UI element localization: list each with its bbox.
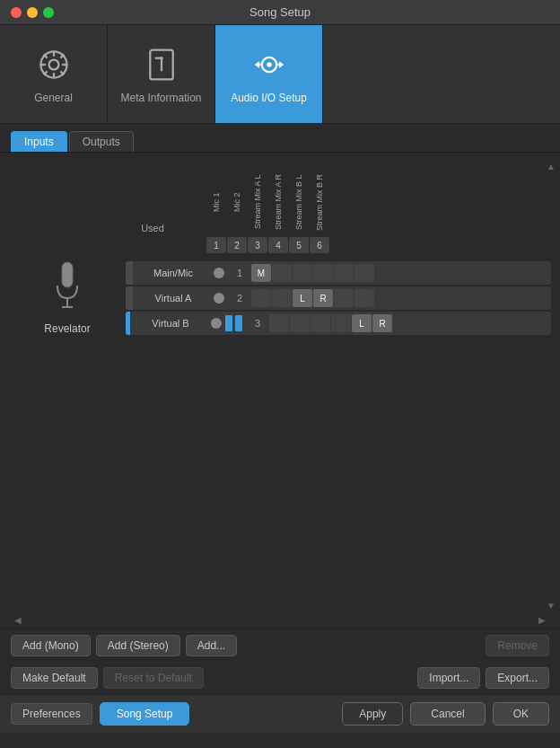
table-row: Virtual B 3 L R [126,312,551,335]
channel-label-5: Stream Mix B L [289,171,309,233]
cell-2-5[interactable] [334,289,354,307]
window-controls [11,7,54,18]
song-setup-button[interactable]: Song Setup [100,702,190,726]
cell-3-3[interactable] [311,314,330,332]
title-bar: Song Setup [0,0,560,25]
table-row: Virtual A 2 L R [126,286,551,310]
tab-general-label: General [34,92,73,104]
scroll-bottom: ◀ ▶ [0,612,560,629]
cell-3-6[interactable]: R [372,314,392,332]
toolbar-2: Make Default Reset to Default Import... … [0,662,560,694]
cell-2-6[interactable] [354,289,374,307]
close-button[interactable] [11,7,22,18]
sub-tab-outputs[interactable]: Outputs [69,131,134,152]
svg-point-1 [48,59,58,69]
export-button[interactable]: Export... [486,667,549,689]
channel-label-2: Mic 2 [227,171,247,233]
tab-audio[interactable]: Audio I/O Setup [215,25,323,123]
row-num-2: 2 [228,293,251,304]
cell-1-3[interactable] [293,264,312,282]
tab-audio-label: Audio I/O Setup [231,92,307,104]
apply-button[interactable]: Apply [342,702,403,726]
channel-num-5: 5 [289,237,309,253]
channel-num-3: 3 [248,237,267,253]
stereo-bar-1 [225,315,232,331]
cell-1-5[interactable] [334,264,354,282]
audio-icon [249,45,289,84]
import-button[interactable]: Import... [417,667,480,689]
row-indicator-2 [126,286,133,310]
cell-3-4[interactable] [331,314,351,332]
minimize-button[interactable] [27,7,38,18]
cell-3-2[interactable] [290,314,310,332]
channel-headers: Used Mic 1 Mic 2 Stream Mix A L Stream M… [126,171,551,237]
sub-tab-inputs[interactable]: Inputs [11,131,67,152]
scroll-down-arrow[interactable]: ▼ [547,601,556,611]
channel-num-row: 1 2 3 4 5 6 [126,237,551,255]
row-cells-1: M [251,264,374,282]
reset-default-button[interactable]: Reset to Default [103,667,204,689]
scroll-right-arrow[interactable]: ▶ [538,615,546,625]
mic-icon [54,260,81,317]
cancel-button[interactable]: Cancel [410,702,485,726]
make-default-button[interactable]: Make Default [11,667,98,689]
cell-3-5[interactable]: L [352,314,372,332]
channel-label-4: Stream Mix A R [268,171,288,233]
cell-2-4[interactable]: R [313,289,333,307]
channel-label-1: Mic 1 [206,171,226,233]
row-dot-3 [211,318,222,329]
input-rows: Main/Mic 1 M [126,261,551,335]
channel-label-6: Stream Mix B R [310,171,329,233]
tab-general[interactable]: General [0,25,108,123]
tab-bar: General Meta Information [0,25,560,124]
channel-num-4: 4 [268,237,288,253]
add-mono-button[interactable]: Add (Mono) [11,635,91,656]
cell-2-1[interactable] [251,289,271,307]
svg-rect-18 [62,262,73,287]
cell-2-2[interactable] [272,289,292,307]
toolbar-1: Add (Mono) Add (Stereo) Add... Remove [0,629,560,662]
meta-icon [142,45,181,84]
row-indicator-1 [126,261,133,285]
preferences-button[interactable]: Preferences [11,703,92,725]
main-content: Revelator Used Mic 1 Mic 2 Stream Mix A … [0,153,560,629]
used-column-header: Used [126,223,179,233]
row-cells-3: L R [269,314,392,332]
scroll-left-arrow[interactable]: ◀ [14,615,22,625]
device-area: Revelator Used Mic 1 Mic 2 Stream Mix A … [9,162,551,335]
row-num-1: 1 [228,268,251,278]
tab-meta-label: Meta Information [120,92,201,104]
channel-num-6: 6 [310,237,329,253]
add-stereo-button[interactable]: Add (Stereo) [96,635,180,656]
row-dot-2 [214,293,224,304]
device-info: Revelator [9,260,126,335]
cell-3-1[interactable] [269,314,289,332]
cell-1-6[interactable] [354,264,374,282]
row-name-2: Virtual A [133,293,214,304]
general-icon [34,45,74,84]
scroll-right: ▲ ▼ [546,162,556,620]
row-cells-2: L R [251,289,374,307]
cell-1-2[interactable] [272,264,292,282]
channel-label-row: Mic 1 Mic 2 Stream Mix A L Stream Mix A … [206,171,329,233]
add-button[interactable]: Add... [186,635,237,656]
device-name: Revelator [44,322,90,335]
stereo-bar-2 [235,315,242,331]
row-dot-1 [214,268,224,278]
scroll-up-arrow[interactable]: ▲ [547,162,556,172]
cell-1-4[interactable] [313,264,333,282]
channel-label-3: Stream Mix A L [248,171,267,233]
ok-button[interactable]: OK [493,702,549,726]
row-name-3: Virtual B [130,318,211,329]
channel-num-1: 1 [206,237,226,253]
maximize-button[interactable] [43,7,54,18]
sub-tab-bar: Inputs Outputs [0,124,560,153]
channel-grid: Used Mic 1 Mic 2 Stream Mix A L Stream M… [126,171,551,335]
svg-point-15 [267,62,271,66]
tab-meta[interactable]: Meta Information [108,25,215,123]
cell-2-3[interactable]: L [293,289,312,307]
cell-1-1[interactable]: M [251,264,271,282]
row-num-3: 3 [246,318,269,329]
footer: Preferences Song Setup Apply Cancel OK [0,694,560,733]
remove-button[interactable]: Remove [486,635,549,656]
